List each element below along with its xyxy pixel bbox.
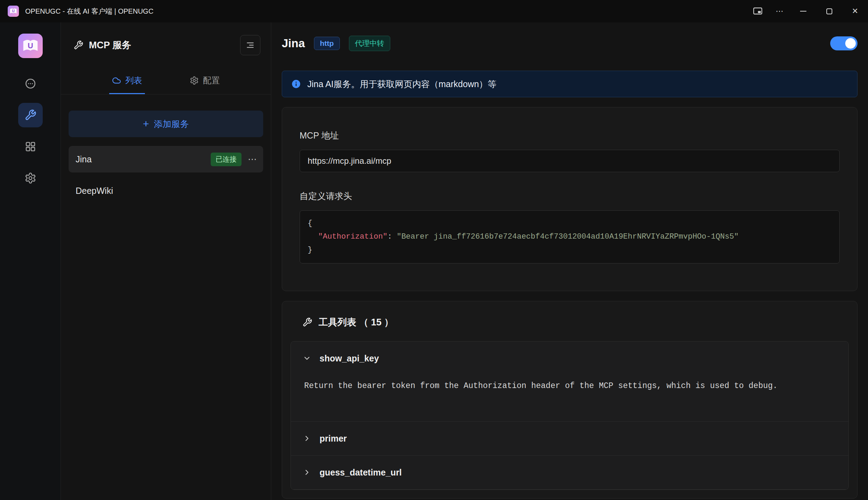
code-line: "Authorization": "Bearer jina_ff72616b7e… xyxy=(308,230,832,244)
add-service-label: 添加服务 xyxy=(154,118,189,130)
custom-headers-label: 自定义请求头 xyxy=(300,190,840,202)
app-logo-icon: U xyxy=(8,6,19,17)
chat-icon xyxy=(24,78,36,90)
code-line: } xyxy=(308,244,832,257)
custom-headers-editor[interactable]: { "Authorization": "Bearer jina_ff72616b… xyxy=(300,210,840,263)
toggle-knob xyxy=(845,38,856,49)
close-icon: ✕ xyxy=(852,7,858,16)
tool-item-show-api-key[interactable]: show_api_key xyxy=(291,341,848,375)
minimize-icon xyxy=(800,11,806,12)
icon-rail: U xyxy=(0,22,61,500)
wrench-icon xyxy=(74,40,83,50)
sidebar-item-mcp[interactable] xyxy=(18,103,43,127)
code-separator: : xyxy=(387,232,397,241)
app-body: U xyxy=(0,22,868,500)
sidebar-item-chat[interactable] xyxy=(18,71,43,96)
pip-icon xyxy=(753,7,763,15)
sidebar-item-apps[interactable] xyxy=(18,134,43,159)
mcp-address-input[interactable] xyxy=(300,150,840,172)
info-text: Jina AI服务。用于获取网页内容（markdown）等 xyxy=(307,78,496,90)
minimize-button[interactable] xyxy=(790,0,816,22)
chevron-right-icon xyxy=(303,434,311,443)
code-value: "Bearer jina_ff72616b7e724aecbf4cf730120… xyxy=(397,232,738,241)
tool-name: primer xyxy=(320,434,347,444)
info-icon xyxy=(291,79,301,89)
tools-card: 工具列表 （ 15 ） show_api_key Return the bear… xyxy=(282,301,858,499)
tool-item-primer[interactable]: primer xyxy=(291,422,848,455)
grid-icon xyxy=(24,141,36,153)
cloud-icon xyxy=(112,76,121,85)
mcp-address-label: MCP 地址 xyxy=(300,130,840,141)
close-button[interactable]: ✕ xyxy=(842,0,868,22)
tools-title: 工具列表 （ 15 ） xyxy=(318,316,394,329)
wrench-icon xyxy=(302,317,312,327)
panel-header: MCP 服务 xyxy=(61,22,271,70)
tab-config-label: 配置 xyxy=(203,75,220,86)
service-more-button[interactable]: ⋯ xyxy=(248,154,258,165)
tool-item-guess-datetime-url[interactable]: guess_datetime_url xyxy=(291,456,848,489)
sidebar-item-settings[interactable] xyxy=(18,166,43,190)
panel-title: MCP 服务 xyxy=(89,39,131,51)
panel-body: + 添加服务 Jina 已连接 ⋯ DeepWiki xyxy=(61,94,271,204)
plus-icon: + xyxy=(143,119,149,129)
service-name: DeepWiki xyxy=(76,186,113,196)
svg-text:U: U xyxy=(12,9,14,13)
tool-description: Return the bearer token from the Authori… xyxy=(291,375,848,421)
tab-list-label: 列表 xyxy=(125,75,142,86)
status-badge: 已连接 xyxy=(211,153,241,166)
code-line: { xyxy=(308,217,832,230)
collapse-panel-button[interactable] xyxy=(240,35,260,55)
window-title: OPENUGC - 在线 AI 客户端 | OPENUGC xyxy=(25,7,153,16)
wrench-icon xyxy=(24,109,36,121)
window-controls: ⋯ ✕ xyxy=(747,0,868,22)
mcp-panel: MCP 服务 列表 xyxy=(61,22,271,500)
indent-list-icon xyxy=(246,41,255,50)
service-name: Jina xyxy=(76,154,92,164)
code-key: "Authorization" xyxy=(318,232,387,241)
maximize-button[interactable] xyxy=(816,0,842,22)
service-item-jina[interactable]: Jina 已连接 ⋯ xyxy=(69,146,263,172)
app-window: U OPENUGC - 在线 AI 客户端 | OPENUGC ⋯ ✕ xyxy=(0,0,868,500)
titlebar: U OPENUGC - 在线 AI 客户端 | OPENUGC ⋯ ✕ xyxy=(0,0,868,22)
divider xyxy=(291,489,848,490)
info-banner: Jina AI服务。用于获取网页内容（markdown）等 xyxy=(282,71,858,97)
tools-list: show_api_key Return the bearer token fro… xyxy=(290,341,849,490)
service-header: Jina http 代理中转 xyxy=(282,22,858,64)
pip-button[interactable] xyxy=(747,0,769,22)
protocol-badge: http xyxy=(314,37,340,50)
app-logo[interactable]: U xyxy=(18,34,43,58)
service-title: Jina xyxy=(282,37,305,50)
tab-config[interactable]: 配置 xyxy=(187,70,223,94)
gear-icon xyxy=(24,172,36,184)
maximize-icon xyxy=(826,8,832,14)
tool-name: guess_datetime_url xyxy=(320,467,402,478)
svg-text:U: U xyxy=(28,41,33,50)
service-settings-card: MCP 地址 自定义请求头 { "Authorization": "Bearer… xyxy=(282,107,858,291)
add-service-button[interactable]: + 添加服务 xyxy=(69,111,263,137)
proxy-badge: 代理中转 xyxy=(349,36,390,51)
panel-tabs: 列表 配置 xyxy=(61,70,271,94)
ellipsis-icon: ⋯ xyxy=(248,154,258,164)
service-enabled-toggle[interactable] xyxy=(830,36,858,50)
service-item-deepwiki[interactable]: DeepWiki xyxy=(69,177,263,204)
tab-list[interactable]: 列表 xyxy=(109,70,145,94)
more-button[interactable]: ⋯ xyxy=(769,0,790,22)
more-icon: ⋯ xyxy=(776,7,783,16)
tool-name: show_api_key xyxy=(320,353,379,364)
gear-icon xyxy=(190,76,199,85)
chevron-right-icon xyxy=(303,468,311,477)
tools-header: 工具列表 （ 15 ） xyxy=(290,316,849,329)
service-detail: Jina http 代理中转 Jina AI服务。用于获取网页内容（markdo… xyxy=(271,22,868,500)
chevron-down-icon xyxy=(303,354,311,362)
